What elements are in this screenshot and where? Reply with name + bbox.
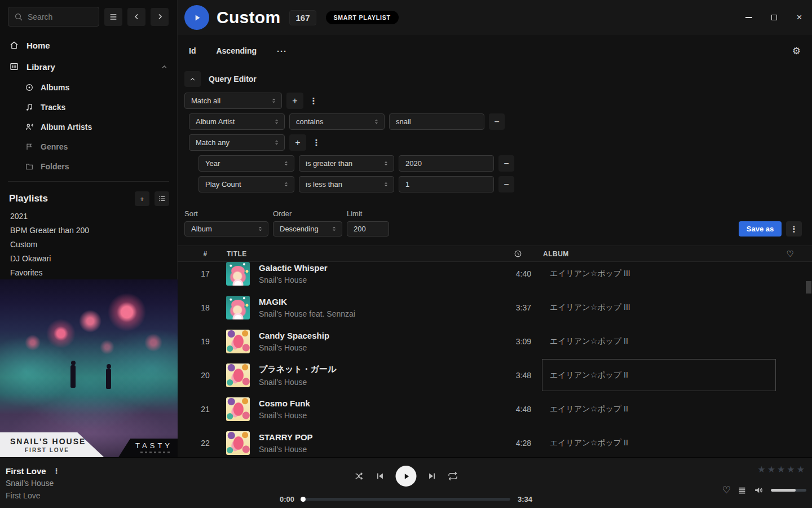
column-duration[interactable] — [491, 249, 524, 258]
track-menu-button[interactable]: ⋮ — [53, 467, 60, 475]
rule-operator-select[interactable]: contains — [289, 113, 385, 130]
next-button[interactable] — [427, 471, 437, 481]
sort-field-button[interactable]: Id — [189, 46, 196, 55]
star-icon[interactable]: ★ — [787, 464, 795, 475]
seek-bar[interactable] — [302, 498, 510, 501]
remove-rule-button[interactable]: − — [498, 176, 514, 192]
group-menu-button[interactable]: ⋮ — [311, 134, 322, 151]
play-playlist-button[interactable] — [184, 5, 209, 30]
track-album[interactable]: エイリアン☆ポップ II — [550, 438, 775, 448]
volume-button[interactable] — [753, 485, 764, 496]
favorite-button[interactable]: ♡ — [722, 484, 731, 496]
sort-order-button[interactable]: Ascending — [216, 46, 257, 55]
menu-button[interactable] — [104, 8, 122, 26]
repeat-button[interactable] — [448, 471, 458, 481]
track-album[interactable]: エイリアン☆ポップ II — [550, 336, 775, 347]
sidebar-item-library[interactable]: Library — [0, 56, 177, 77]
table-row[interactable]: 20プラネット・ガールSnail’s House3:48エイリアン☆ポップ II — [178, 358, 812, 392]
column-title[interactable]: TITLE — [219, 250, 491, 258]
table-row[interactable]: 17Galactic WhisperSnail’s House4:40エイリアン… — [178, 262, 812, 291]
seek-handle[interactable] — [301, 497, 306, 502]
table-row[interactable]: 18MAGIKSnail’s House feat. Sennzai3:37エイ… — [178, 291, 812, 325]
add-playlist-button[interactable]: + — [135, 191, 149, 206]
track-title[interactable]: STARRY POP — [259, 432, 497, 442]
nav-forward-button[interactable] — [151, 8, 169, 26]
table-row[interactable]: 19Candy SpaceshipSnail’s House3:09エイリアン☆… — [178, 325, 812, 358]
sort-select[interactable]: Album — [184, 221, 268, 237]
now-playing-cover-art[interactable]: SNAIL'S HOUSE FIRST LOVE TASTY — [0, 279, 178, 457]
playlist-item[interactable]: 2021 — [0, 209, 177, 224]
query-menu-button[interactable]: ⋮ — [786, 221, 802, 237]
limit-input[interactable]: 200 — [347, 221, 389, 237]
rule-value-input[interactable]: snail — [389, 113, 484, 130]
column-favorite[interactable]: ♡ — [769, 249, 812, 259]
remove-rule-button[interactable]: − — [498, 155, 514, 172]
minimize-button[interactable] — [736, 0, 761, 35]
search-input[interactable]: Search — [8, 7, 99, 27]
sidebar-item-genres[interactable]: Genres — [0, 137, 177, 156]
sidebar-item-album-artists[interactable]: Album Artists — [0, 117, 177, 137]
track-album[interactable]: エイリアン☆ポップ II — [550, 404, 775, 414]
track-artist[interactable]: Snail’s House — [259, 411, 497, 420]
track-artist[interactable]: Snail’s House — [259, 378, 497, 387]
playlist-item[interactable]: Favorites — [0, 266, 177, 280]
star-icon[interactable]: ★ — [757, 464, 765, 475]
group-menu-button[interactable]: ⋮ — [308, 93, 319, 109]
track-album[interactable]: エイリアン☆ポップ III — [550, 303, 775, 313]
now-playing-album[interactable]: First Love — [6, 491, 60, 500]
queue-button[interactable] — [738, 486, 747, 495]
track-title[interactable]: Galactic Whisper — [259, 263, 497, 273]
rule-field-select[interactable]: Play Count — [198, 176, 294, 192]
column-album[interactable]: ALBUM — [543, 250, 769, 258]
now-playing-artist[interactable]: Snail’s House — [6, 479, 60, 488]
save-as-button[interactable]: Save as — [739, 221, 782, 237]
previous-button[interactable] — [376, 471, 385, 481]
track-title[interactable]: プラネット・ガール — [259, 364, 497, 375]
sidebar-item-home[interactable]: Home — [0, 34, 177, 56]
table-row[interactable]: 21Cosmo FunkSnail’s House4:48エイリアン☆ポップ I… — [178, 392, 812, 426]
now-playing-track[interactable]: First Love — [6, 466, 46, 476]
settings-button[interactable]: ⚙ — [792, 45, 801, 57]
sidebar-item-folders[interactable]: Folders — [0, 156, 177, 176]
collapse-query-editor-button[interactable] — [184, 71, 201, 87]
rule-value-input[interactable]: 2020 — [399, 155, 494, 172]
nav-back-button[interactable] — [127, 8, 145, 26]
add-rule-button[interactable]: + — [289, 134, 306, 151]
star-icon[interactable]: ★ — [797, 464, 805, 475]
track-album[interactable]: エイリアン☆ポップ II — [550, 370, 775, 380]
rule-value-input[interactable]: 1 — [399, 176, 494, 192]
playlist-list-button[interactable] — [155, 191, 169, 206]
rule-field-select[interactable]: Year — [198, 155, 294, 172]
add-rule-button[interactable]: + — [286, 93, 303, 109]
track-album[interactable]: エイリアン☆ポップ III — [550, 269, 775, 279]
track-artist[interactable]: Snail’s House feat. Sennzai — [259, 309, 497, 318]
play-pause-button[interactable] — [396, 466, 417, 487]
chevron-up-icon[interactable] — [161, 63, 168, 71]
track-artist[interactable]: Snail’s House — [259, 275, 497, 284]
shuffle-button[interactable] — [354, 471, 365, 481]
table-row[interactable]: 22STARRY POPSnail’s House4:28エイリアン☆ポップ I… — [178, 426, 812, 460]
remove-rule-button[interactable]: − — [489, 113, 505, 130]
playlist-item[interactable]: Custom — [0, 238, 177, 252]
rule-operator-select[interactable]: is less than — [299, 176, 394, 192]
playlist-item[interactable]: BPM Greater than 200 — [0, 224, 177, 238]
rule-operator-select[interactable]: is greater than — [299, 155, 394, 172]
rule-field-select[interactable]: Album Artist — [189, 113, 285, 130]
star-icon[interactable]: ★ — [777, 464, 785, 475]
track-title[interactable]: MAGIK — [259, 297, 497, 306]
match-type-select[interactable]: Match all — [184, 93, 282, 109]
order-select[interactable]: Descending — [273, 221, 342, 237]
sidebar-item-albums[interactable]: Albums — [0, 77, 177, 97]
track-artist[interactable]: Snail’s House — [259, 445, 497, 454]
more-options-button[interactable]: ··· — [277, 46, 287, 56]
track-artist[interactable]: Snail’s House — [259, 343, 497, 352]
column-number[interactable]: # — [191, 250, 219, 258]
vertical-scrollbar-thumb[interactable] — [806, 281, 811, 294]
match-type-select[interactable]: Match any — [189, 134, 285, 151]
maximize-button[interactable] — [761, 0, 787, 35]
track-title[interactable]: Candy Spaceship — [259, 331, 497, 340]
playlist-item[interactable]: DJ Okawari — [0, 252, 177, 266]
track-title[interactable]: Cosmo Funk — [259, 398, 497, 408]
sidebar-item-tracks[interactable]: Tracks — [0, 97, 177, 117]
close-button[interactable]: × — [787, 0, 812, 35]
